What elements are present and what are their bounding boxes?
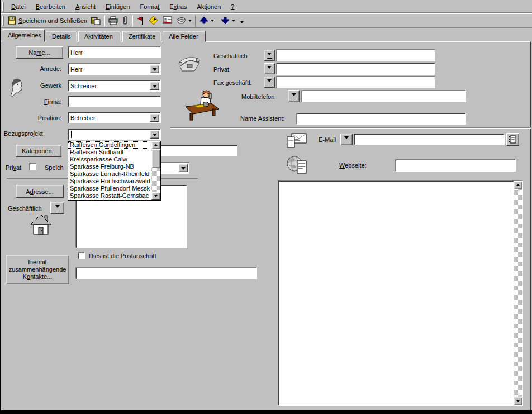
- tel-geschaeftlich-field[interactable]: [276, 49, 435, 61]
- tab-details[interactable]: Details: [46, 31, 77, 42]
- email-dropdown-button[interactable]: [340, 134, 353, 145]
- privat-checkbox-label: Privat: [6, 164, 21, 171]
- scrollbar-track[interactable]: [514, 189, 522, 397]
- list-item[interactable]: Sparkasse Hochschwarzwald: [68, 178, 151, 185]
- toolbar-grip-handle[interactable]: [2, 16, 4, 26]
- name-assistent-field[interactable]: [296, 113, 466, 125]
- privat-checkbox[interactable]: [29, 163, 36, 170]
- adresse-typ-dropdown-button[interactable]: [50, 202, 64, 214]
- menu-format[interactable]: Format: [135, 2, 164, 12]
- previous-item-button[interactable]: [198, 15, 216, 27]
- next-item-dropdown-icon[interactable]: [232, 20, 235, 23]
- save-copy-button[interactable]: [89, 15, 102, 27]
- tel-geschaeftlich-dropdown-button[interactable]: [264, 50, 275, 61]
- chevron-underline: [267, 85, 272, 85]
- name-field[interactable]: Herr: [68, 46, 161, 58]
- attach-file-button[interactable]: [120, 15, 130, 27]
- note-card-button[interactable]: [146, 15, 160, 27]
- webseite-label: Webseite:: [339, 162, 367, 169]
- menu-datei[interactable]: Datei: [6, 2, 31, 12]
- scrollbar-thumb[interactable]: [151, 149, 160, 168]
- menu-aktionen[interactable]: Aktionen: [192, 2, 226, 12]
- speichern-unter-dropdown-button[interactable]: [178, 164, 188, 172]
- menu-help[interactable]: ?: [226, 2, 239, 12]
- kontakte-field[interactable]: [75, 267, 257, 279]
- notes-value: [278, 181, 514, 405]
- mobiltelefon-field[interactable]: [301, 90, 466, 102]
- menu-einfuegen[interactable]: Einfügen: [101, 2, 135, 12]
- list-item[interactable]: Sparkasse Freiburg-NB: [68, 163, 151, 170]
- kontakte-button[interactable]: hiermit zusammenhängende Kontakte...: [6, 255, 69, 284]
- list-item[interactable]: Raiffeisen Gundelfingen: [68, 141, 151, 149]
- scroll-up-button[interactable]: [514, 181, 522, 189]
- save-and-close-label: Speichern und Schließen: [18, 17, 87, 24]
- tab-aktivitaeten[interactable]: Aktivitäten: [78, 31, 121, 42]
- tel-privat-dropdown-button[interactable]: [264, 63, 275, 74]
- menu-bar: Datei Bearbeiten Ansicht Einfügen Format…: [1, 1, 532, 13]
- position-label: Position:: [6, 115, 61, 121]
- phone-icon: [177, 53, 202, 74]
- fax-geschaeftlich-dropdown-button[interactable]: [264, 77, 275, 88]
- print-button[interactable]: [107, 15, 120, 27]
- menu-bearbeiten[interactable]: Bearbeiten: [31, 2, 70, 12]
- bezugsprojekt-dropdown-button[interactable]: [150, 130, 159, 139]
- address-book-button[interactable]: [506, 133, 519, 146]
- flag-button[interactable]: [135, 15, 146, 27]
- firma-field[interactable]: [68, 96, 161, 107]
- notes-scrollbar[interactable]: [514, 181, 522, 405]
- text-caret: [71, 131, 72, 138]
- autodial-dropdown-icon[interactable]: [188, 20, 192, 23]
- toolbar-separator: [195, 15, 196, 26]
- mobiltelefon-dropdown-button[interactable]: [288, 90, 300, 102]
- dropdown-scrollbar[interactable]: [151, 141, 160, 200]
- tab-alle-felder[interactable]: Alle Felder: [163, 31, 206, 42]
- list-item[interactable]: Sparkasse Lörrach-Rheinfeld: [68, 170, 151, 178]
- paperclip-icon: [121, 16, 129, 25]
- tab-zertifikate[interactable]: Zertifikate: [122, 31, 162, 42]
- toolbar-options-icon[interactable]: [240, 21, 244, 25]
- chevron-underline: [267, 58, 272, 59]
- vcard-button[interactable]: [160, 15, 174, 27]
- fax-geschaeftlich-label: Fax geschäftl.: [213, 79, 251, 86]
- list-item[interactable]: Sparkasse Rastatt-Gernsbac: [68, 192, 151, 199]
- name-button[interactable]: Name...: [16, 46, 63, 59]
- tab-label: Details: [52, 33, 71, 40]
- autodial-button[interactable]: [174, 15, 193, 27]
- email-field[interactable]: [354, 134, 505, 145]
- gewerk-dropdown-button[interactable]: [150, 82, 159, 90]
- webseite-field[interactable]: [395, 159, 516, 172]
- position-dropdown-button[interactable]: [150, 113, 159, 122]
- menu-ansicht[interactable]: Ansicht: [70, 2, 101, 12]
- anrede-dropdown-button[interactable]: [150, 65, 159, 73]
- bezugsprojekt-combo[interactable]: [68, 129, 161, 140]
- position-combo[interactable]: Betreiber: [68, 112, 161, 123]
- anrede-value: Herr: [70, 66, 82, 73]
- gewerk-combo[interactable]: Schreiner: [68, 80, 161, 92]
- toolbar: Speichern und Schließen: [1, 13, 532, 28]
- menu-grip-handle[interactable]: [2, 2, 4, 12]
- adresse-button[interactable]: Adresse...: [16, 185, 64, 198]
- previous-item-dropdown-icon[interactable]: [211, 20, 214, 23]
- kategorien-button[interactable]: Kategorien..: [16, 145, 61, 157]
- save-and-close-button[interactable]: Speichern und Schließen: [6, 15, 89, 27]
- flag-icon: [136, 16, 145, 25]
- scrollbar-track[interactable]: [151, 168, 160, 192]
- notes-textarea[interactable]: [278, 180, 523, 406]
- tab-allgemeines[interactable]: Allgemeines: [2, 29, 45, 42]
- house-icon: [30, 214, 52, 236]
- list-item[interactable]: Sparkasse Pfullendorf-Messk: [68, 185, 151, 192]
- next-item-button[interactable]: [219, 15, 237, 27]
- fax-geschaeftlich-field[interactable]: [276, 76, 435, 88]
- mobiltelefon-label: Mobiltelefon: [241, 93, 274, 100]
- list-item[interactable]: Raiffeisen Südhardt: [68, 149, 151, 156]
- menu-extras[interactable]: Extras: [164, 2, 192, 12]
- anrede-combo[interactable]: Herr: [68, 63, 161, 75]
- chevron-down-icon: [153, 68, 157, 73]
- scroll-up-button[interactable]: [151, 141, 160, 149]
- scroll-down-button[interactable]: [151, 192, 160, 200]
- postanschrift-checkbox[interactable]: [78, 252, 85, 259]
- tel-privat-field[interactable]: [276, 63, 435, 75]
- scroll-down-button[interactable]: [514, 397, 522, 405]
- list-item[interactable]: Kreissparkasse Calw: [68, 156, 151, 163]
- email-envelope-icon: [286, 132, 307, 150]
